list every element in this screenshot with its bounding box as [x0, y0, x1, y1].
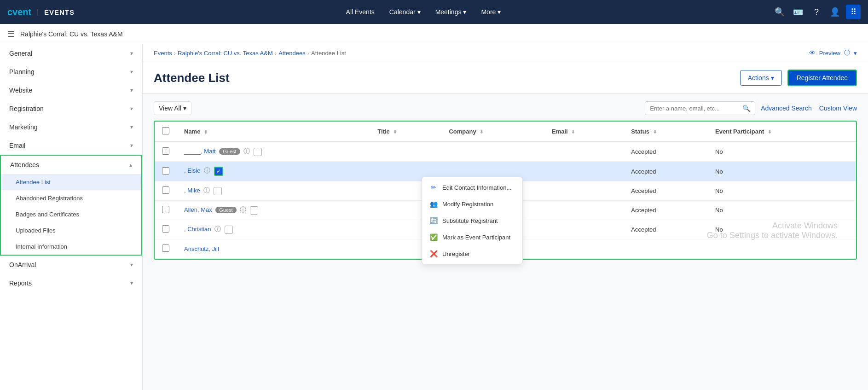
eye-icon: 👁	[809, 49, 816, 57]
nav-meetings[interactable]: Meetings ▾	[429, 5, 473, 19]
action-checkbox[interactable]: ✓	[214, 167, 223, 176]
row-checkbox[interactable]	[162, 225, 169, 233]
page-title: Attendee List	[154, 71, 230, 85]
badge-icon[interactable]: 🪪	[791, 5, 805, 19]
row-checkbox[interactable]	[162, 167, 169, 175]
check-circle-icon: ✅	[429, 233, 438, 241]
view-all-button[interactable]: View All ▾	[154, 101, 191, 115]
sort-icon: ⬆	[204, 129, 208, 134]
chevron-down-icon: ▾	[130, 87, 133, 93]
table-header-row: Name ⬆ Title ⬍ Company ⬍	[155, 122, 856, 142]
attendee-name-link[interactable]: _____, Matt	[184, 148, 216, 155]
action-dropdown-menu: ✏ Edit Contact Information... 👥 Modify R…	[422, 177, 523, 264]
nav-all-events[interactable]: All Events	[340, 5, 381, 19]
breadcrumb: Events › Ralphie's Corral: CU vs. Texas …	[154, 50, 346, 57]
info-icon[interactable]: ⓘ	[240, 206, 246, 213]
sidebar-item-planning[interactable]: Planning ▾	[0, 63, 142, 81]
breadcrumb-preview[interactable]: 👁 Preview ⓘ ▾	[809, 49, 857, 57]
breadcrumb-bar: Events › Ralphie's Corral: CU vs. Texas …	[143, 44, 868, 62]
table-controls: View All ▾ 🔍 Advanced Search Custom View	[154, 101, 857, 115]
breadcrumb-event-name[interactable]: Ralphie's Corral: CU vs. Texas A&M	[178, 50, 273, 57]
advanced-search-link[interactable]: Advanced Search	[761, 105, 812, 112]
breadcrumb-events[interactable]: Events	[154, 50, 172, 57]
info-icon[interactable]: ⓘ	[214, 225, 221, 233]
dropdown-item-mark-participant[interactable]: ✅ Mark as Event Participant	[422, 229, 522, 245]
guest-badge: Guest	[215, 207, 236, 213]
apps-icon[interactable]: ⠿	[846, 5, 861, 19]
x-circle-icon: ❌	[429, 250, 438, 257]
top-nav-links: All Events Calendar ▾ Meetings ▾ More ▾	[84, 5, 763, 19]
attendee-email	[544, 181, 624, 201]
events-label: EVENTS	[44, 8, 75, 16]
table-section: View All ▾ 🔍 Advanced Search Custom View	[143, 94, 868, 267]
dropdown-item-unregister[interactable]: ❌ Unregister	[422, 245, 522, 262]
row-checkbox[interactable]	[162, 186, 169, 194]
actions-button[interactable]: Actions ▾	[740, 70, 782, 86]
sort-icon: ⬍	[480, 129, 483, 134]
attendee-name-link[interactable]: , Christian	[184, 226, 211, 233]
action-icon[interactable]	[254, 148, 262, 156]
sidebar-item-general[interactable]: General ▾	[0, 44, 142, 63]
dropdown-item-modify-registration[interactable]: 👥 Modify Registration	[422, 196, 522, 212]
attendee-name-link[interactable]: Anschutz, Jill	[184, 245, 219, 252]
users-icon: 👥	[429, 200, 438, 208]
sidebar-item-reports[interactable]: Reports ▾	[0, 274, 142, 292]
sub-nav: ☰ Ralphie's Corral: CU vs. Texas A&M	[0, 24, 868, 44]
help-icon[interactable]: ?	[809, 5, 824, 19]
attendee-email	[544, 162, 624, 181]
action-icon[interactable]	[225, 226, 233, 234]
sidebar-sub-item-uploaded[interactable]: Uploaded Files	[1, 222, 141, 239]
sidebar-item-website[interactable]: Website ▾	[0, 81, 142, 99]
search-input[interactable]	[650, 105, 742, 112]
action-icon[interactable]	[250, 206, 258, 215]
attendee-email	[544, 201, 624, 220]
sidebar-item-attendees[interactable]: Attendees ▴	[1, 156, 141, 174]
row-checkbox[interactable]	[162, 244, 169, 252]
top-nav: cvent | EVENTS All Events Calendar ▾ Mee…	[0, 0, 868, 24]
col-company[interactable]: Company ⬍	[441, 122, 544, 142]
content-area: Events › Ralphie's Corral: CU vs. Texas …	[143, 44, 868, 390]
breadcrumb-attendees[interactable]: Attendees	[278, 50, 306, 57]
info-icon[interactable]: ⓘ	[243, 147, 250, 155]
table-row: _____, Matt Guest ⓘ Accepted No	[155, 142, 856, 162]
sidebar-sub-item-attendee-list[interactable]: Attendee List	[1, 174, 141, 190]
attendee-email	[544, 142, 624, 162]
sort-icon: ⬍	[768, 129, 771, 134]
sidebar-item-registration[interactable]: Registration ▾	[0, 99, 142, 118]
info-icon[interactable]: ⓘ	[203, 186, 210, 194]
sidebar-sub-item-abandoned[interactable]: Abandoned Registrations	[1, 190, 141, 206]
sidebar-sub-item-internal[interactable]: Internal Information	[1, 239, 141, 255]
sidebar-item-email[interactable]: Email ▾	[0, 136, 142, 155]
user-icon[interactable]: 👤	[827, 5, 842, 19]
col-name[interactable]: Name ⬆	[177, 122, 370, 142]
attendee-company	[441, 142, 544, 162]
sidebar-item-marketing[interactable]: Marketing ▾	[0, 118, 142, 136]
action-icon[interactable]	[214, 187, 222, 195]
col-participant[interactable]: Event Participant ⬍	[708, 122, 856, 142]
attendee-name-link[interactable]: , Mike	[184, 187, 200, 194]
dropdown-item-edit-contact[interactable]: ✏ Edit Contact Information...	[422, 179, 522, 196]
hamburger-icon[interactable]: ☰	[7, 29, 15, 39]
custom-view-link[interactable]: Custom View	[819, 105, 857, 112]
sort-icon: ⬍	[393, 129, 397, 134]
sidebar-sub-item-badges[interactable]: Badges and Certificates	[1, 206, 141, 222]
attendee-name-link[interactable]: , Elsie	[184, 167, 200, 174]
attendee-status: Accepted	[624, 181, 708, 201]
sidebar-item-onarrival[interactable]: OnArrival ▾	[0, 256, 142, 274]
dropdown-item-substitute[interactable]: 🔄 Substitute Registrant	[422, 212, 522, 229]
col-title[interactable]: Title ⬍	[370, 122, 441, 142]
select-all-checkbox[interactable]	[162, 127, 169, 134]
info-icon[interactable]: ⓘ	[204, 167, 210, 174]
row-checkbox[interactable]	[162, 147, 169, 155]
col-status[interactable]: Status ⬍	[624, 122, 708, 142]
register-attendee-button[interactable]: Register Attendee	[787, 70, 857, 86]
attendee-name-link[interactable]: Allen, Max	[184, 206, 212, 213]
chevron-down-icon: ▾	[183, 105, 186, 112]
col-email[interactable]: Email ⬍	[544, 122, 624, 142]
row-checkbox[interactable]	[162, 206, 169, 213]
chevron-down-icon: ▾	[130, 50, 133, 57]
search-icon[interactable]: 🔍	[772, 5, 787, 19]
nav-calendar[interactable]: Calendar ▾	[383, 5, 427, 19]
chevron-down-icon: ▾	[854, 50, 857, 57]
nav-more[interactable]: More ▾	[475, 5, 507, 19]
